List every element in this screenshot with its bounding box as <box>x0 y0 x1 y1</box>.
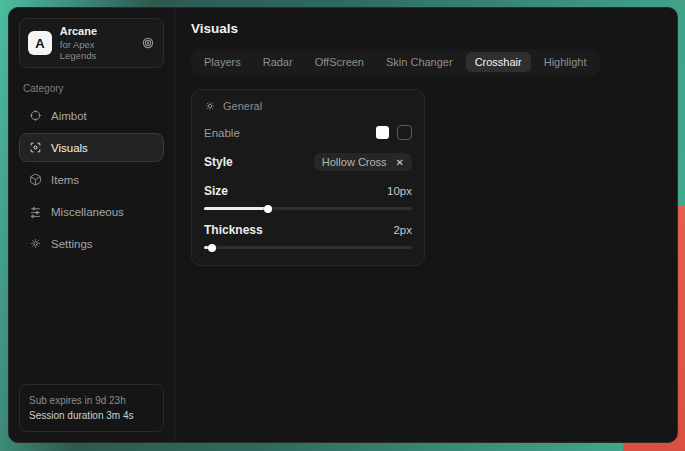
sidebar-item-label: Miscellaneous <box>51 206 124 218</box>
brand-text: Arcane for Apex Legends <box>60 25 133 61</box>
size-slider-fill <box>204 207 268 210</box>
sidebar-item-aimbot[interactable]: Aimbot <box>19 101 164 130</box>
eye-scan-icon <box>29 141 42 154</box>
enable-controls <box>376 125 412 140</box>
thickness-row: Thickness 2px <box>204 223 412 237</box>
tab-crosshair[interactable]: Crosshair <box>466 52 531 72</box>
panel-header: General <box>204 100 412 112</box>
style-label: Style <box>204 155 233 169</box>
tab-radar[interactable]: Radar <box>254 52 302 72</box>
thickness-slider-thumb[interactable] <box>208 244 216 252</box>
target-icon[interactable] <box>141 36 155 50</box>
size-slider[interactable] <box>204 207 412 210</box>
tab-players[interactable]: Players <box>195 52 250 72</box>
page-title: Visuals <box>191 21 661 36</box>
brand-card: A Arcane for Apex Legends <box>19 18 164 68</box>
gear-icon <box>29 237 42 250</box>
sidebar-item-label: Aimbot <box>51 110 87 122</box>
enable-label: Enable <box>204 127 240 139</box>
style-select[interactable]: Hollow Cross ✕ <box>314 153 412 171</box>
subscription-card: Sub expires in 9d 23h Session duration 3… <box>19 384 164 432</box>
tab-offscreen[interactable]: OffScreen <box>306 52 373 72</box>
brand-subtitle: for Apex Legends <box>60 39 133 61</box>
sidebar-item-visuals[interactable]: Visuals <box>19 133 164 162</box>
thickness-value: 2px <box>393 224 412 236</box>
sub-expiry-text: Sub expires in 9d 23h <box>29 393 154 408</box>
sliders-icon <box>29 205 42 218</box>
sidebar-item-label: Settings <box>51 238 93 250</box>
size-label: Size <box>204 184 228 198</box>
sidebar-item-label: Visuals <box>51 142 88 154</box>
style-row: Style Hollow Cross ✕ <box>204 153 412 171</box>
sidebar-item-miscellaneous[interactable]: Miscellaneous <box>19 197 164 226</box>
size-slider-thumb[interactable] <box>264 205 272 213</box>
thickness-label: Thickness <box>204 223 263 237</box>
color-swatch[interactable] <box>376 126 389 139</box>
brand-title: Arcane <box>60 25 133 37</box>
sidebar-item-settings[interactable]: Settings <box>19 229 164 258</box>
cube-icon <box>29 173 42 186</box>
session-duration-text: Session duration 3m 4s <box>29 408 154 423</box>
sidebar-item-items[interactable]: Items <box>19 165 164 194</box>
clear-icon[interactable]: ✕ <box>396 157 404 168</box>
sidebar: A Arcane for Apex Legends Category <box>9 8 175 442</box>
sidebar-nav: Aimbot Visuals <box>19 101 164 258</box>
app-window: A Arcane for Apex Legends Category <box>8 7 678 443</box>
enable-checkbox[interactable] <box>397 125 412 140</box>
main-content: Visuals Players Radar OffScreen Skin Cha… <box>175 8 677 442</box>
tab-highlight[interactable]: Highlight <box>535 52 596 72</box>
tab-skin-changer[interactable]: Skin Changer <box>377 52 462 72</box>
gear-icon <box>204 100 216 112</box>
size-row: Size 10px <box>204 184 412 198</box>
size-value: 10px <box>387 185 412 197</box>
panel-title: General <box>223 100 262 112</box>
enable-row: Enable <box>204 125 412 140</box>
category-label: Category <box>23 83 160 94</box>
crosshair-icon <box>29 109 42 122</box>
style-value: Hollow Cross <box>322 156 387 168</box>
sidebar-spacer <box>19 258 164 384</box>
general-panel: General Enable Style Hollow Cross ✕ Size… <box>191 89 425 266</box>
brand-logo: A <box>28 31 52 55</box>
thickness-slider[interactable] <box>204 246 412 249</box>
sidebar-item-label: Items <box>51 174 79 186</box>
tab-bar: Players Radar OffScreen Skin Changer Cro… <box>191 49 600 75</box>
